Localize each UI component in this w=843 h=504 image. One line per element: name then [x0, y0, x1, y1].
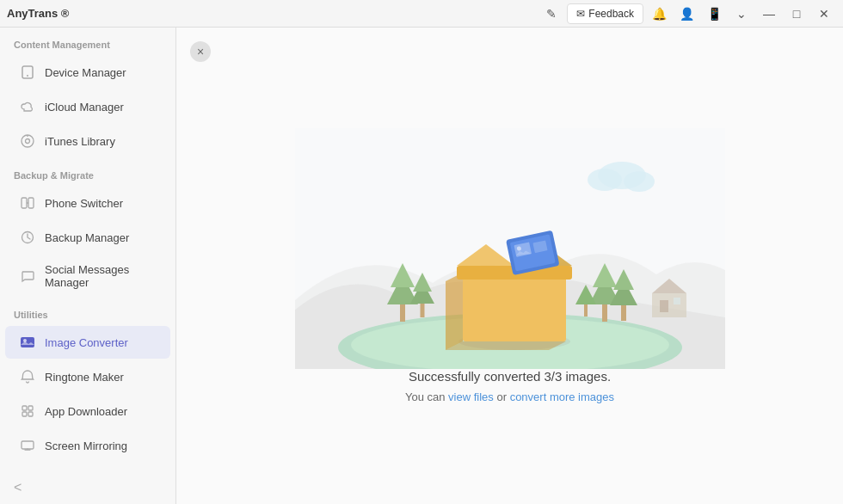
sidebar-item-social-messages[interactable]: Social Messages Manager [5, 255, 170, 297]
svg-rect-11 [28, 406, 33, 410]
itunes-library-label: iTunes Library [45, 135, 115, 148]
svg-rect-10 [22, 406, 27, 410]
sidebar-item-device-manager[interactable]: Device Manager [5, 56, 170, 89]
svg-rect-30 [621, 305, 626, 321]
feedback-label: Feedback [588, 8, 634, 20]
content-area: × [176, 28, 843, 504]
sidebar-item-app-downloader[interactable]: App Downloader [5, 395, 170, 427]
svg-rect-27 [602, 304, 607, 322]
svg-point-1 [27, 75, 28, 77]
backup-migrate-heading: Backup & Migrate [0, 158, 175, 186]
svg-rect-14 [22, 441, 34, 449]
ringtone-maker-label: Ringtone Maker [45, 371, 124, 384]
content-management-heading: Content Management [0, 28, 175, 55]
image-converter-label: Image Converter [45, 336, 128, 349]
social-messages-label: Social Messages Manager [45, 263, 157, 289]
sidebar-item-phone-switcher[interactable]: Phone Switcher [5, 187, 170, 219]
titlebar-left: AnyTrans ® [7, 7, 69, 20]
convert-more-link[interactable]: convert more images [510, 390, 614, 403]
icloud-manager-label: iCloud Manager [45, 101, 124, 114]
bell-icon-btn[interactable]: 🔔 [647, 4, 671, 23]
sub-message-prefix: You can [405, 390, 448, 403]
svg-point-3 [26, 139, 30, 144]
itunes-library-icon [19, 132, 36, 150]
result-container: Successfully converted 3/3 images. You c… [405, 369, 614, 403]
sidebar-item-screen-mirroring[interactable]: Screen Mirroring [5, 429, 170, 462]
sidebar: Content Management Device Manager iCloud… [0, 28, 176, 504]
sidebar-item-backup-manager[interactable]: Backup Manager [5, 221, 170, 254]
sidebar-item-icloud-manager[interactable]: iCloud Manager [5, 90, 170, 123]
close-panel-button[interactable]: × [190, 41, 211, 62]
result-text-block: Successfully converted 3/3 images. You c… [405, 369, 614, 403]
phone-icon-btn[interactable]: 📱 [702, 4, 726, 23]
minimize-button[interactable]: — [757, 4, 781, 23]
sidebar-item-image-converter[interactable]: Image Converter [5, 326, 170, 359]
titlebar: AnyTrans ® ✎ ✉ Feedback 🔔 👤 📱 ⌄ — □ ✕ [0, 0, 843, 28]
svg-point-18 [624, 171, 655, 192]
svg-rect-6 [28, 198, 34, 208]
maximize-button[interactable]: □ [785, 4, 809, 23]
svg-rect-5 [22, 198, 27, 208]
screen-mirroring-icon [19, 437, 36, 454]
app-title: AnyTrans ® [7, 7, 69, 20]
ringtone-maker-icon [19, 368, 36, 385]
backup-manager-label: Backup Manager [45, 231, 129, 244]
sidebar-collapse-btn[interactable]: < [0, 471, 175, 504]
device-manager-icon [19, 64, 36, 81]
svg-rect-21 [400, 304, 405, 322]
svg-rect-24 [420, 304, 424, 317]
phone-switcher-label: Phone Switcher [45, 197, 123, 210]
user-icon-btn[interactable]: 👤 [674, 4, 698, 23]
success-message: Successfully converted 3/3 images. [405, 369, 614, 384]
icloud-manager-icon [19, 98, 36, 115]
close-icon: × [197, 45, 204, 58]
svg-rect-8 [21, 337, 34, 347]
svg-rect-35 [652, 293, 686, 317]
social-messages-icon [19, 267, 36, 285]
success-illustration [295, 128, 725, 369]
app-downloader-label: App Downloader [45, 405, 127, 418]
svg-rect-37 [660, 300, 668, 312]
utilities-heading: Utilities [0, 298, 175, 325]
sub-message-middle: or [494, 390, 510, 403]
view-files-link[interactable]: view files [448, 390, 494, 403]
chevron-left-icon: < [14, 480, 22, 495]
feedback-button[interactable]: ✉ Feedback [567, 3, 643, 24]
svg-rect-40 [463, 273, 566, 341]
chevron-down-icon-btn[interactable]: ⌄ [729, 4, 754, 23]
result-sub-message: You can view files or convert more image… [405, 390, 614, 403]
backup-manager-icon [19, 229, 36, 246]
screen-mirroring-label: Screen Mirroring [45, 439, 127, 452]
svg-rect-38 [674, 298, 680, 304]
svg-rect-13 [28, 412, 33, 416]
phone-switcher-icon [19, 194, 36, 212]
sidebar-item-ringtone-maker[interactable]: Ringtone Maker [5, 360, 170, 393]
svg-point-2 [22, 135, 34, 147]
image-converter-icon [19, 334, 36, 351]
close-window-button[interactable]: ✕ [812, 4, 836, 23]
pencil-icon-btn[interactable]: ✎ [539, 4, 563, 23]
main-layout: Content Management Device Manager iCloud… [0, 28, 843, 504]
svg-point-17 [588, 169, 622, 191]
svg-rect-33 [584, 304, 588, 317]
titlebar-right: ✎ ✉ Feedback 🔔 👤 📱 ⌄ — □ ✕ [539, 3, 836, 24]
app-downloader-icon [19, 403, 36, 420]
device-manager-label: Device Manager [45, 66, 126, 79]
envelope-icon: ✉ [576, 8, 585, 20]
sidebar-item-itunes-library[interactable]: iTunes Library [5, 125, 170, 157]
svg-rect-12 [22, 412, 27, 416]
